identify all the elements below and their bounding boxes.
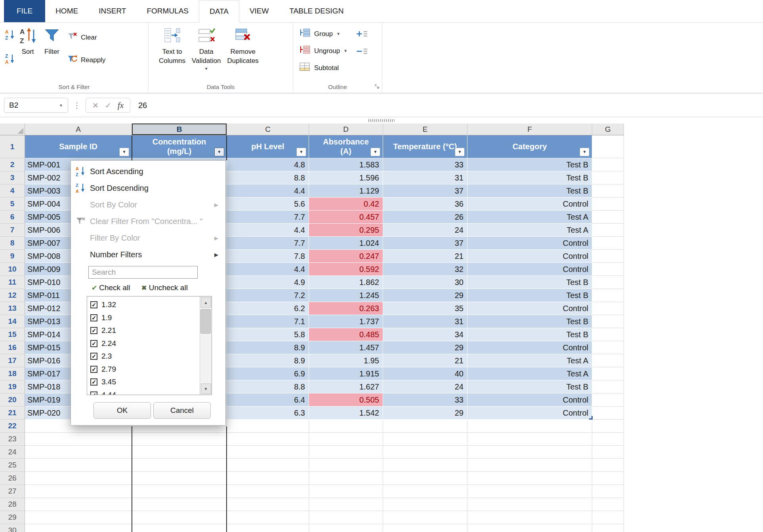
cell-E8[interactable]: 37 bbox=[383, 237, 467, 250]
cell-G22[interactable] bbox=[592, 420, 624, 433]
cell-B24[interactable] bbox=[132, 446, 227, 459]
sort-button[interactable]: AZ Sort bbox=[16, 26, 40, 57]
cell-A26[interactable] bbox=[25, 472, 132, 485]
table-header-C[interactable]: pH Level▼ bbox=[227, 135, 309, 158]
cell-E6[interactable]: 26 bbox=[383, 211, 467, 224]
cell-E9[interactable]: 21 bbox=[383, 250, 467, 263]
checkbox[interactable]: ✓ bbox=[90, 327, 97, 334]
cell-C4[interactable]: 4.4 bbox=[227, 184, 309, 198]
filter-button-B[interactable]: ▼ bbox=[214, 148, 224, 156]
cell-D24[interactable] bbox=[309, 446, 383, 459]
column-header-D[interactable]: D bbox=[309, 124, 383, 135]
cell-C19[interactable]: 8.8 bbox=[227, 380, 309, 393]
filter-ribbon-button[interactable]: Filter bbox=[40, 26, 64, 57]
cell-C20[interactable]: 6.4 bbox=[227, 393, 309, 407]
name-box[interactable]: B2 ▼ bbox=[4, 98, 68, 113]
cell-E27[interactable] bbox=[383, 485, 467, 498]
cell-F14[interactable]: Test B bbox=[467, 315, 592, 328]
filter-button-D[interactable]: ▼ bbox=[370, 148, 380, 156]
cell-F26[interactable] bbox=[467, 472, 592, 485]
cell-G30[interactable] bbox=[592, 524, 624, 532]
cell-D15[interactable]: 0.485 bbox=[309, 328, 383, 341]
cell-C17[interactable]: 8.9 bbox=[227, 354, 309, 367]
cell-E22[interactable] bbox=[383, 420, 467, 433]
cell-C10[interactable]: 4.4 bbox=[227, 263, 309, 276]
cell-G20[interactable] bbox=[592, 393, 624, 407]
cell-D7[interactable]: 0.295 bbox=[309, 224, 383, 237]
checkbox[interactable]: ✓ bbox=[90, 378, 97, 386]
row-header-26[interactable]: 26 bbox=[0, 472, 25, 485]
cell-D16[interactable]: 1.457 bbox=[309, 341, 383, 354]
row-header-27[interactable]: 27 bbox=[0, 485, 25, 498]
cell-E19[interactable]: 24 bbox=[383, 380, 467, 393]
cell-C12[interactable]: 7.2 bbox=[227, 289, 309, 302]
cell-B28[interactable] bbox=[132, 498, 227, 511]
table-header-E[interactable]: Temperature (°C)▼ bbox=[383, 135, 467, 158]
cell-G13[interactable] bbox=[592, 302, 624, 315]
tab-data[interactable]: DATA bbox=[199, 0, 239, 23]
row-header-4[interactable]: 4 bbox=[0, 184, 25, 198]
cell-G15[interactable] bbox=[592, 328, 624, 341]
cell-F28[interactable] bbox=[467, 498, 592, 511]
cell-G27[interactable] bbox=[592, 485, 624, 498]
cell-G7[interactable] bbox=[592, 224, 624, 237]
cell-A23[interactable] bbox=[25, 433, 132, 446]
cell-D4[interactable]: 1.129 bbox=[309, 184, 383, 198]
cell-E25[interactable] bbox=[383, 459, 467, 472]
formula-input[interactable]: 26 bbox=[135, 101, 147, 110]
cell-C6[interactable]: 7.7 bbox=[227, 211, 309, 224]
cell-G21[interactable] bbox=[592, 407, 624, 420]
table-header-F[interactable]: Category▼ bbox=[467, 135, 592, 158]
cell-G5[interactable] bbox=[592, 198, 624, 211]
tab-home[interactable]: HOME bbox=[45, 0, 88, 22]
data-validation-button[interactable]: Data Validation ▼ bbox=[189, 26, 224, 72]
row-header-24[interactable]: 24 bbox=[0, 446, 25, 459]
cell-D6[interactable]: 0.457 bbox=[309, 211, 383, 224]
cell-D11[interactable]: 1.862 bbox=[309, 276, 383, 289]
select-all-corner[interactable] bbox=[0, 124, 25, 135]
row-header-12[interactable]: 12 bbox=[0, 289, 25, 302]
cell-D13[interactable]: 0.263 bbox=[309, 302, 383, 315]
filter-value-2.24[interactable]: ✓2.24 bbox=[90, 337, 200, 350]
cell-E12[interactable]: 29 bbox=[383, 289, 467, 302]
cell-C25[interactable] bbox=[227, 459, 309, 472]
cell-F17[interactable]: Test A bbox=[467, 354, 592, 367]
uncheck-all-option[interactable]: ✖ Uncheck all bbox=[141, 283, 187, 292]
row-header-3[interactable]: 3 bbox=[0, 171, 25, 184]
cell-F11[interactable]: Test B bbox=[467, 276, 592, 289]
table-header-D[interactable]: Absorbance(A)▼ bbox=[309, 135, 383, 158]
cell-G25[interactable] bbox=[592, 459, 624, 472]
cell-D17[interactable]: 1.95 bbox=[309, 354, 383, 367]
row-header-17[interactable]: 17 bbox=[0, 354, 25, 367]
clear-filter-ribbon-button[interactable]: Clear bbox=[67, 31, 105, 44]
cell-B27[interactable] bbox=[132, 485, 227, 498]
menu-item-number-filters[interactable]: Number Filters▶ bbox=[71, 246, 225, 263]
cell-A25[interactable] bbox=[25, 459, 132, 472]
subtotal-button[interactable]: Subtotal bbox=[299, 62, 347, 74]
cell-F18[interactable]: Test A bbox=[467, 367, 592, 380]
cell-F29[interactable] bbox=[467, 511, 592, 524]
cell-C23[interactable] bbox=[227, 433, 309, 446]
cell-C9[interactable]: 7.8 bbox=[227, 250, 309, 263]
cell-F4[interactable]: Test B bbox=[467, 184, 592, 198]
cell-G3[interactable] bbox=[592, 171, 624, 184]
checkbox[interactable]: ✓ bbox=[90, 353, 97, 360]
cell-E16[interactable]: 29 bbox=[383, 341, 467, 354]
cell-G29[interactable] bbox=[592, 511, 624, 524]
cell-C15[interactable]: 5.8 bbox=[227, 328, 309, 341]
cell-E10[interactable]: 32 bbox=[383, 263, 467, 276]
cell-D20[interactable]: 0.505 bbox=[309, 393, 383, 407]
cell-D26[interactable] bbox=[309, 472, 383, 485]
filter-button-F[interactable]: ▼ bbox=[580, 148, 589, 156]
scrollbar-thumb[interactable] bbox=[200, 309, 211, 334]
cell-F10[interactable]: Control bbox=[467, 263, 592, 276]
cell-C8[interactable]: 7.7 bbox=[227, 237, 309, 250]
cell-E21[interactable]: 29 bbox=[383, 407, 467, 420]
cell-F16[interactable]: Control bbox=[467, 341, 592, 354]
filter-button-A[interactable]: ▼ bbox=[119, 148, 129, 156]
cell-D18[interactable]: 1.915 bbox=[309, 367, 383, 380]
checkbox[interactable]: ✓ bbox=[90, 391, 97, 395]
row-header-29[interactable]: 29 bbox=[0, 511, 25, 524]
hide-detail-button[interactable] bbox=[356, 48, 368, 56]
cell-F22[interactable] bbox=[467, 420, 592, 433]
